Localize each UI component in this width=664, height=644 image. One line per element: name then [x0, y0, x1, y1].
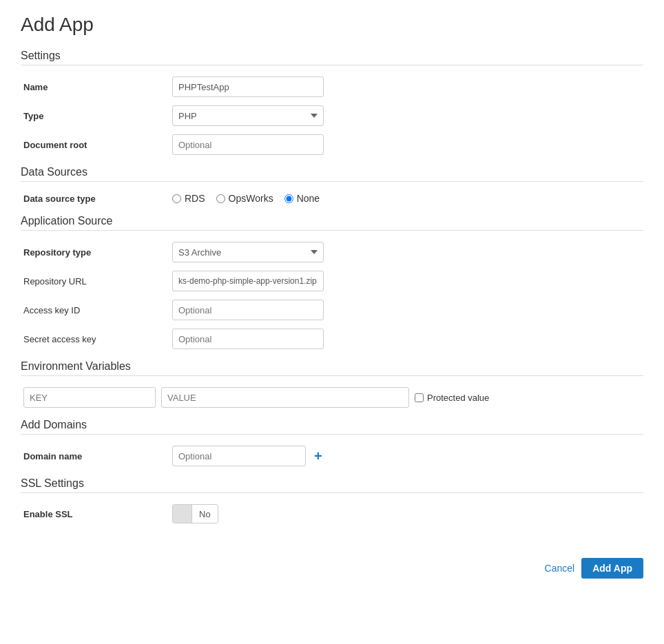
type-field-group: Type PHP Node.js Ruby Java Static	[21, 105, 643, 126]
ssl-settings-divider	[21, 492, 643, 493]
secret-access-key-label: Secret access key	[21, 334, 172, 344]
data-source-type-radio-group: RDS OpsWorks None	[172, 193, 320, 204]
ssl-settings-section-header: SSL Settings	[21, 477, 643, 490]
protected-value-checkbox[interactable]	[415, 393, 424, 402]
enable-ssl-label: Enable SSL	[21, 509, 172, 519]
secret-access-key-field-group: Secret access key	[21, 329, 643, 349]
protected-value-checkbox-label[interactable]: Protected value	[415, 393, 489, 403]
env-key-input[interactable]	[23, 387, 156, 408]
domain-name-input[interactable]	[172, 446, 306, 466]
add-domains-section-header: Add Domains	[21, 419, 643, 431]
repository-url-label: Repository URL	[21, 276, 172, 287]
env-variables-section-header: Environment Variables	[21, 360, 643, 373]
repository-type-field-group: Repository type S3 Archive Git Subversio…	[21, 242, 643, 262]
radio-rds-input[interactable]	[172, 194, 181, 203]
radio-none-input[interactable]	[284, 194, 293, 203]
footer: Cancel Add App	[21, 551, 643, 579]
radio-opsworks[interactable]: OpsWorks	[216, 193, 273, 204]
access-key-id-input[interactable]	[172, 300, 324, 320]
repository-type-label: Repository type	[21, 247, 172, 258]
ssl-toggle-label: No	[192, 504, 218, 523]
env-variables-row: Protected value	[23, 387, 643, 408]
radio-rds-label: RDS	[185, 193, 205, 204]
data-source-type-field-group: Data source type RDS OpsWorks None	[21, 193, 643, 204]
protected-value-label: Protected value	[427, 393, 489, 403]
document-root-input[interactable]	[172, 134, 324, 155]
add-app-button[interactable]: Add App	[581, 558, 643, 579]
repository-type-select[interactable]: S3 Archive Git Subversion HTTP Archive	[172, 242, 324, 262]
env-value-input[interactable]	[161, 387, 409, 408]
name-field-group: Name	[21, 76, 643, 97]
access-key-id-field-group: Access key ID	[21, 300, 643, 320]
radio-none[interactable]: None	[284, 193, 320, 204]
domain-name-field-group: Domain name +	[21, 446, 643, 466]
radio-none-label: None	[297, 193, 320, 204]
type-select[interactable]: PHP Node.js Ruby Java Static	[172, 105, 324, 126]
application-source-section-header: Application Source	[21, 215, 643, 227]
ssl-toggle-track[interactable]: No	[172, 504, 218, 523]
domain-name-label: Domain name	[21, 451, 172, 461]
settings-divider	[21, 65, 643, 65]
add-domains-divider	[21, 434, 643, 435]
document-root-label: Document root	[21, 140, 172, 150]
access-key-id-label: Access key ID	[21, 305, 172, 315]
repository-url-input[interactable]	[172, 271, 324, 291]
data-sources-divider	[21, 181, 643, 182]
domain-name-row: +	[172, 446, 325, 466]
radio-opsworks-label: OpsWorks	[229, 193, 273, 204]
env-variables-divider	[21, 375, 643, 376]
enable-ssl-field-group: Enable SSL No	[21, 504, 643, 523]
name-input[interactable]	[172, 76, 324, 97]
name-label: Name	[21, 82, 172, 92]
ssl-toggle[interactable]: No	[172, 504, 218, 523]
data-sources-section-header: Data Sources	[21, 166, 643, 178]
data-source-type-label: Data source type	[21, 194, 172, 204]
settings-section-header: Settings	[21, 50, 643, 62]
application-source-divider	[21, 230, 643, 231]
radio-opsworks-input[interactable]	[216, 194, 225, 203]
ssl-toggle-off-side	[173, 504, 192, 523]
secret-access-key-input[interactable]	[172, 329, 324, 349]
document-root-field-group: Document root	[21, 134, 643, 155]
page-title: Add App	[21, 14, 643, 36]
add-domain-button[interactable]: +	[311, 449, 325, 463]
repository-url-field-group: Repository URL	[21, 271, 643, 291]
type-label: Type	[21, 111, 172, 121]
radio-rds[interactable]: RDS	[172, 193, 205, 204]
cancel-button[interactable]: Cancel	[545, 563, 575, 574]
